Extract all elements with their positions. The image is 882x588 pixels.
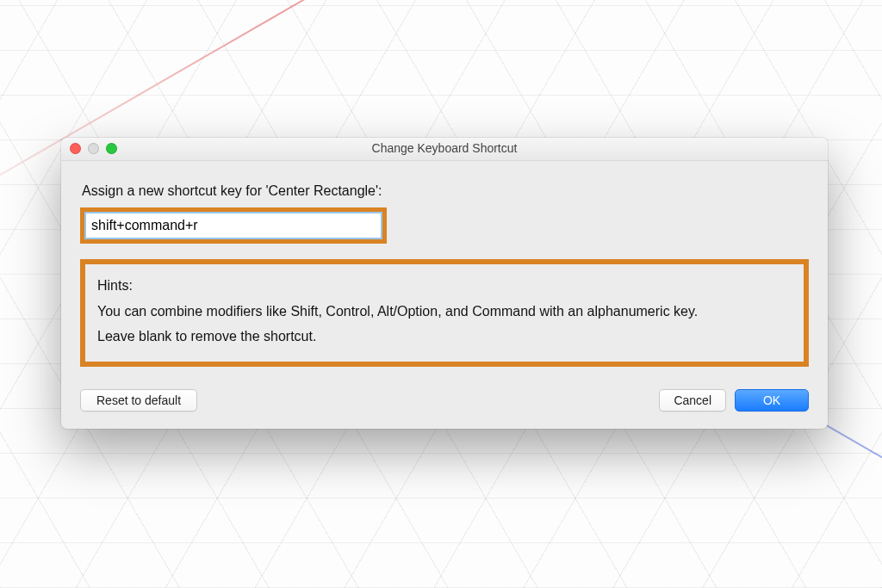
highlight-box-hints: Hints: You can combine modifiers like Sh… [80,259,809,367]
window-title: Change Keyboard Shortcut [372,141,518,155]
dialog-button-row: Reset to default Cancel OK [80,389,809,412]
minimize-window-icon [88,143,99,154]
close-window-icon[interactable] [70,143,81,154]
zoom-window-icon[interactable] [106,143,117,154]
hints-text-line1: You can combine modifiers like Shift, Co… [97,304,698,319]
window-traffic-lights [70,143,117,154]
shortcut-input[interactable] [85,213,382,238]
dialog-content: Assign a new shortcut key for 'Center Re… [61,161,828,429]
hints-text-line2: Leave blank to remove the shortcut. [97,329,316,344]
hints-heading: Hints: [97,273,792,299]
reset-to-default-button[interactable]: Reset to default [80,389,197,412]
ok-button[interactable]: OK [735,389,809,412]
titlebar[interactable]: Change Keyboard Shortcut [61,138,828,161]
cancel-button[interactable]: Cancel [659,389,726,412]
highlight-box-input [80,207,387,244]
assign-shortcut-prompt: Assign a new shortcut key for 'Center Re… [82,183,809,199]
change-shortcut-dialog: Change Keyboard Shortcut Assign a new sh… [61,138,828,429]
